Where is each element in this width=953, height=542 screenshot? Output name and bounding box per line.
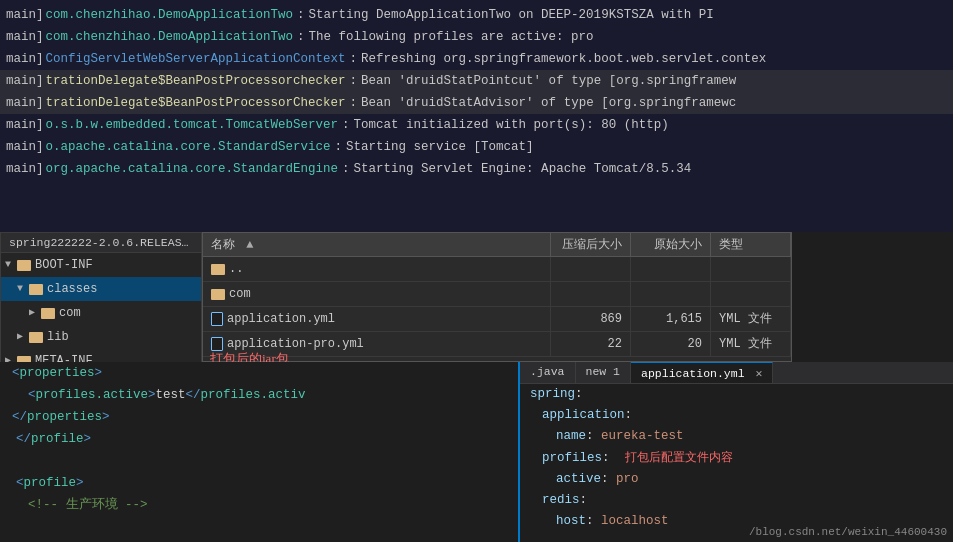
table-row[interactable]: application.yml 869 1,615 YML 文件 bbox=[203, 307, 791, 332]
code-line: <!-- 生产环境 --> bbox=[0, 494, 518, 516]
fm-cell-original: 1,615 bbox=[631, 307, 711, 331]
file-icon bbox=[211, 337, 223, 351]
fm-header-compressed[interactable]: 压缩后大小 bbox=[551, 233, 631, 256]
tree-label-com: com bbox=[59, 303, 81, 323]
tab-application-yml[interactable]: application.yml ✕ bbox=[631, 362, 773, 383]
tree-item-bootinf[interactable]: ▼ BOOT-INF bbox=[1, 253, 201, 277]
tree-item-com[interactable]: ▶ com bbox=[1, 301, 201, 325]
file-manager-header: 名称 ▲ 压缩后大小 原始大小 类型 bbox=[203, 233, 791, 257]
yaml-line-application: application: bbox=[520, 405, 953, 426]
console-sep: : bbox=[350, 48, 358, 70]
file-tree-title: spring222222-2.0.6.RELEASE.j bbox=[1, 233, 201, 253]
console-line-3: main] ConfigServletWebServerApplicationC… bbox=[0, 48, 953, 70]
tree-label-bootinf: BOOT-INF bbox=[35, 255, 93, 275]
console-sep: : bbox=[335, 136, 343, 158]
code-editor-left: <properties> <profiles.active>test</prof… bbox=[0, 362, 518, 542]
fm-cell-compressed: 22 bbox=[551, 332, 631, 356]
yaml-line-spring: spring: bbox=[520, 384, 953, 405]
console-prefix: main] bbox=[6, 114, 44, 136]
close-icon[interactable]: ✕ bbox=[755, 367, 762, 380]
yaml-line-name: name: eureka-test bbox=[520, 426, 953, 447]
fm-cell-name: application.yml bbox=[203, 307, 551, 331]
tree-item-lib[interactable]: ▶ lib bbox=[1, 325, 201, 349]
console-message: Bean 'druidStatAdvisor' of type [org.spr… bbox=[361, 92, 736, 114]
fm-cell-type bbox=[711, 257, 791, 281]
console-classname-green: o.s.b.w.embedded.tomcat.TomcatWebServer bbox=[46, 114, 339, 136]
tab-new1[interactable]: new 1 bbox=[576, 362, 632, 383]
console-line-8: main] org.apache.catalina.core.StandardE… bbox=[0, 158, 953, 180]
table-row[interactable]: .. bbox=[203, 257, 791, 282]
console-prefix: main] bbox=[6, 158, 44, 180]
console-message: Starting service [Tomcat] bbox=[346, 136, 534, 158]
fm-cell-original bbox=[631, 282, 711, 306]
console-classname: com.chenzhihao.DemoApplicationTwo bbox=[46, 26, 294, 48]
tree-label-lib: lib bbox=[47, 327, 69, 347]
yaml-inline-label: 打包后配置文件内容 bbox=[625, 450, 733, 464]
console-prefix: main] bbox=[6, 70, 44, 92]
sort-arrow-icon: ▲ bbox=[246, 238, 253, 252]
folder-icon-com bbox=[41, 308, 55, 319]
code-line: <properties> bbox=[0, 362, 518, 384]
console-classname-green: org.apache.catalina.core.StandardEngine bbox=[46, 158, 339, 180]
fm-header-type[interactable]: 类型 bbox=[711, 233, 791, 256]
fm-cell-type bbox=[711, 282, 791, 306]
console-line-4: main] trationDelegate$BeanPostProcessorc… bbox=[0, 70, 953, 92]
console-sep: : bbox=[342, 158, 350, 180]
fm-cell-compressed: 869 bbox=[551, 307, 631, 331]
fm-cell-original bbox=[631, 257, 711, 281]
console-sep: : bbox=[342, 114, 350, 136]
code-line: </profile> bbox=[0, 428, 518, 450]
fm-cell-compressed bbox=[551, 282, 631, 306]
folder-icon-lib bbox=[29, 332, 43, 343]
tab-java[interactable]: .java bbox=[520, 362, 576, 383]
console-prefix: main] bbox=[6, 92, 44, 114]
expand-arrow-bootinf: ▼ bbox=[5, 255, 15, 275]
console-line-6: main] o.s.b.w.embedded.tomcat.TomcatWebS… bbox=[0, 114, 953, 136]
editor-tabs: .java new 1 application.yml ✕ bbox=[520, 362, 953, 384]
console-message: Starting DemoApplicationTwo on DEEP-2019… bbox=[309, 4, 714, 26]
code-line: <profile> bbox=[0, 472, 518, 494]
code-editor-right: .java new 1 application.yml ✕ spring: ap… bbox=[518, 362, 953, 542]
console-prefix: main] bbox=[6, 4, 44, 26]
expand-arrow-lib: ▶ bbox=[17, 327, 27, 347]
folder-icon-bootinf bbox=[17, 260, 31, 271]
console-message: Starting Servlet Engine: Apache Tomcat/8… bbox=[354, 158, 692, 180]
table-row[interactable]: com bbox=[203, 282, 791, 307]
code-line: </properties> bbox=[0, 406, 518, 428]
fm-cell-type: YML 文件 bbox=[711, 307, 791, 331]
fm-cell-name: com bbox=[203, 282, 551, 306]
yaml-line-active: active: pro bbox=[520, 469, 953, 490]
yaml-line-profiles: profiles: 打包后配置文件内容 bbox=[520, 447, 953, 469]
folder-icon bbox=[211, 264, 225, 275]
console-classname-yellow: trationDelegate$BeanPostProcessorChecker bbox=[46, 92, 346, 114]
console-message: Bean 'druidStatPointcut' of type [org.sp… bbox=[361, 70, 736, 92]
fm-cell-original: 20 bbox=[631, 332, 711, 356]
fm-cell-type: YML 文件 bbox=[711, 332, 791, 356]
file-icon bbox=[211, 312, 223, 326]
expand-arrow-classes: ▼ bbox=[17, 279, 27, 299]
console-classname-green: o.apache.catalina.core.StandardService bbox=[46, 136, 331, 158]
table-row[interactable]: application-pro.yml 22 20 YML 文件 bbox=[203, 332, 791, 357]
console-line-1: main] com.chenzhihao.DemoApplicationTwo … bbox=[0, 4, 953, 26]
console-classname-highlight: ConfigServletWebServerApplicationContext bbox=[46, 48, 346, 70]
console-classname: com.chenzhihao.DemoApplicationTwo bbox=[46, 4, 294, 26]
yaml-line-redis: redis: bbox=[520, 490, 953, 511]
fm-header-original[interactable]: 原始大小 bbox=[631, 233, 711, 256]
console-line-5: main] trationDelegate$BeanPostProcessorC… bbox=[0, 92, 953, 114]
code-line: <profiles.active>test</profiles.activ bbox=[0, 384, 518, 406]
console-sep: : bbox=[297, 4, 305, 26]
code-line bbox=[0, 450, 518, 472]
console-sep: : bbox=[350, 92, 358, 114]
console-prefix: main] bbox=[6, 26, 44, 48]
console-prefix: main] bbox=[6, 136, 44, 158]
console-message: Refreshing org.springframework.boot.web.… bbox=[361, 48, 766, 70]
folder-icon bbox=[211, 289, 225, 300]
tree-item-classes[interactable]: ▼ classes bbox=[1, 277, 201, 301]
console-classname-yellow: trationDelegate$BeanPostProcessorchecker bbox=[46, 70, 346, 92]
fm-cell-name: .. bbox=[203, 257, 551, 281]
console-area: main] com.chenzhihao.DemoApplicationTwo … bbox=[0, 0, 953, 232]
console-message: Tomcat initialized with port(s): 80 (htt… bbox=[354, 114, 669, 136]
fm-header-name[interactable]: 名称 ▲ bbox=[203, 233, 551, 256]
console-line-7: main] o.apache.catalina.core.StandardSer… bbox=[0, 136, 953, 158]
console-sep: : bbox=[297, 26, 305, 48]
